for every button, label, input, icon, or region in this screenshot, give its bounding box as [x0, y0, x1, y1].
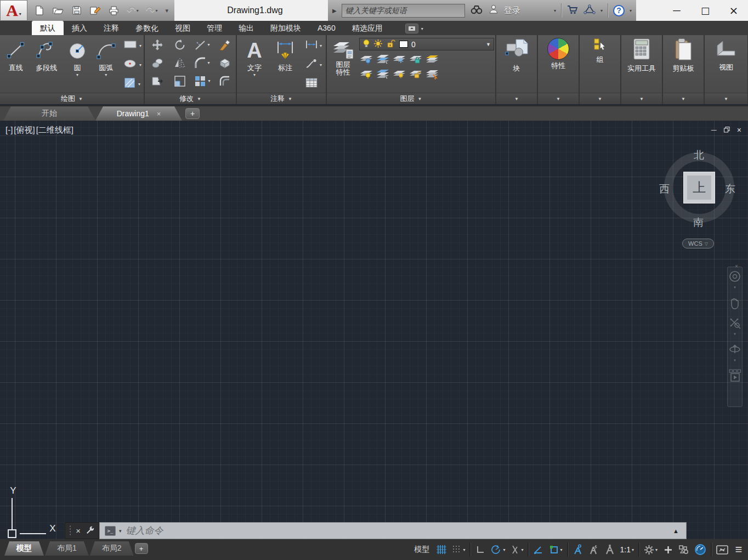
explode-button[interactable] [218, 56, 231, 70]
customization-plus-button[interactable] [660, 541, 676, 558]
save-button[interactable] [71, 5, 82, 16]
pan-icon[interactable] [729, 297, 741, 310]
array-button[interactable]: ▾ [194, 75, 210, 88]
properties-panel-expander[interactable]: ▼ [538, 93, 579, 104]
command-expand-icon[interactable]: ▲ [673, 528, 679, 534]
file-tab-start[interactable]: 开始 [3, 106, 95, 121]
search-input[interactable] [342, 4, 465, 18]
viewcube-top-face[interactable]: 上 [683, 172, 715, 203]
wcs-menu-button[interactable]: WCS ▽ [682, 239, 714, 248]
ribbon-display-toggle[interactable]: ▾ [405, 24, 423, 33]
minimize-button[interactable]: — [662, 0, 691, 21]
dimension-button[interactable]: 标注 [271, 37, 299, 93]
view-panel-expander[interactable]: ▼ [705, 93, 747, 104]
erase-button[interactable] [218, 38, 231, 52]
layer-select[interactable]: 0 ▼ [359, 38, 494, 50]
trim-button[interactable]: ▾ [194, 38, 209, 52]
view-button[interactable]: 视图 [705, 35, 747, 93]
layer-off-button[interactable] [359, 54, 373, 67]
ortho-toggle[interactable] [473, 541, 488, 558]
mirror-button[interactable] [173, 56, 186, 70]
viewcube-north[interactable]: 北 [694, 148, 704, 162]
polar-tracking-toggle[interactable]: ▾ [489, 541, 507, 558]
layer-isolate-button[interactable] [376, 54, 390, 67]
group-button[interactable]: 组 [580, 35, 620, 93]
utilities-button[interactable]: 实用工具 [621, 35, 662, 93]
copy-button[interactable] [151, 56, 164, 70]
search-button[interactable] [470, 3, 483, 18]
layer-unlock-button[interactable] [409, 69, 423, 82]
application-menu-button[interactable]: A ▾ [0, 0, 27, 21]
ribbon-tab-default[interactable]: 默认 [32, 21, 64, 35]
layer-make-current-button[interactable] [425, 54, 439, 67]
fillet-button[interactable]: ▾ [194, 56, 209, 70]
groups-panel-expander[interactable]: ▼ [580, 93, 620, 104]
viewport-view-control[interactable]: [俯视] [14, 125, 35, 135]
layout2-tab[interactable]: 布局2 [90, 541, 134, 556]
move-button[interactable] [151, 38, 164, 52]
orbit-icon[interactable] [728, 342, 741, 355]
table-button[interactable] [305, 77, 322, 91]
isometric-drafting-toggle[interactable]: ▾ [508, 541, 525, 558]
new-file-button[interactable] [34, 5, 45, 16]
layout1-tab[interactable]: 布局1 [45, 541, 89, 556]
clipboard-panel-expander[interactable]: ▼ [663, 93, 704, 104]
offset-button[interactable] [218, 75, 231, 88]
ribbon-tab-output[interactable]: 输出 [230, 21, 262, 35]
annotation-autoscale-toggle[interactable] [586, 541, 602, 558]
object-snap-tracking-toggle[interactable] [531, 541, 546, 558]
customization-menu-button[interactable]: ≡ [731, 541, 746, 558]
draw-panel-title[interactable]: 绘图 ▼ [0, 93, 144, 104]
orbit-caret-icon[interactable]: ▾ [734, 359, 736, 361]
text-button[interactable]: A 文字 ▾ [242, 37, 267, 93]
navigation-wheel-icon[interactable] [729, 270, 741, 282]
a360-button[interactable] [583, 4, 596, 17]
grid-display-toggle[interactable] [434, 541, 449, 558]
viewcube-south[interactable]: 南 [693, 216, 704, 230]
zoom-icon[interactable] [729, 317, 741, 329]
showmotion-icon[interactable] [728, 369, 741, 383]
viewcube-west[interactable]: 西 [659, 182, 670, 196]
scale-button[interactable] [173, 75, 186, 88]
ribbon-tab-annotate[interactable]: 注释 [95, 21, 127, 35]
redo-button[interactable]: ↷▾ [146, 5, 158, 16]
utilities-panel-expander[interactable]: ▼ [621, 93, 662, 104]
circle-button[interactable]: 圆 ▾ [65, 37, 89, 93]
plot-button[interactable] [108, 5, 120, 16]
properties-button[interactable]: 特性 [538, 35, 579, 93]
ribbon-tab-manage[interactable]: 管理 [199, 21, 230, 35]
annotation-scale-icon-button[interactable] [602, 541, 617, 558]
layer-thaw-button[interactable] [392, 69, 406, 82]
drawing1-tab-close-icon[interactable]: × [157, 110, 161, 118]
block-panel-expander[interactable]: ▼ [496, 93, 537, 104]
model-paper-toggle[interactable]: 模型 [410, 545, 433, 555]
command-recent-caret-icon[interactable]: ▾ [119, 528, 122, 534]
command-close-icon[interactable]: × [76, 526, 81, 535]
new-layout-button[interactable]: + [135, 543, 148, 554]
help-caret-icon[interactable]: ▾ [630, 8, 632, 13]
model-tab[interactable]: 模型 [4, 541, 44, 556]
ellipse-button[interactable]: ▾ [123, 58, 141, 72]
maximize-button[interactable]: □ [691, 0, 719, 21]
viewport-restore-icon[interactable] [724, 127, 730, 134]
save-as-button[interactable] [89, 5, 101, 16]
app-store-button[interactable] [566, 4, 579, 17]
annotation-visibility-toggle[interactable] [570, 541, 586, 558]
viewport-close-icon[interactable]: × [737, 126, 741, 134]
graphics-performance-button[interactable] [692, 541, 709, 558]
viewport-controls[interactable]: [-] [俯视] [二维线框] [5, 125, 73, 135]
drawing-canvas[interactable]: [-] [俯视] [二维线框] — × 北 西 东 南 上 WCS ▽ × ▾ [0, 121, 748, 539]
close-button[interactable]: × [719, 0, 748, 21]
hatch-button[interactable]: ▾ [123, 77, 141, 91]
workspace-switching-button[interactable]: ▾ [642, 541, 660, 558]
arc-button[interactable]: 圆弧 ▾ [92, 37, 120, 93]
rectangle-button[interactable]: ▾ [123, 38, 141, 53]
command-input-area[interactable]: >_ ▾ ▲ [99, 522, 687, 539]
layer-on-button[interactable] [359, 69, 373, 82]
ribbon-tab-a360[interactable]: A360 [309, 21, 344, 35]
snap-mode-toggle[interactable]: ▾ [450, 541, 467, 558]
command-input[interactable] [125, 525, 670, 537]
sign-in-button[interactable]: 登录 [504, 5, 520, 16]
ribbon-tab-addins[interactable]: 附加模块 [262, 21, 309, 35]
polyline-button[interactable]: 多段线 [30, 37, 63, 93]
